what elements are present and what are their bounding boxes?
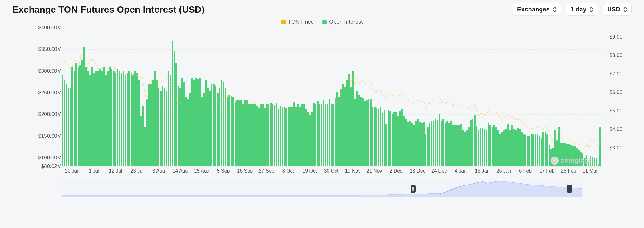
- y-left-tick: $200.00M: [38, 111, 62, 117]
- legend-item-oi[interactable]: Open Interest: [322, 19, 363, 25]
- chart-legend: TON Price Open Interest: [12, 19, 632, 25]
- x-tick: 17 Feb: [539, 168, 555, 174]
- x-tick: 5 Sep: [217, 168, 230, 174]
- x-tick: 3 Aug: [152, 168, 165, 174]
- chart-plot-area: $400.00M$350.00M$300.00M$250.00M$200.00M…: [12, 28, 632, 166]
- y-left-tick: $250.00M: [38, 90, 62, 96]
- currency-selector-label: USD: [607, 6, 620, 13]
- y-right-tick: $8.00: [609, 52, 622, 59]
- legend-item-price[interactable]: TON Price: [281, 19, 314, 25]
- y-right-tick: $7.00: [609, 71, 622, 77]
- x-tick: 4 Jan: [455, 168, 467, 174]
- chart-title: Exchange TON Futures Open Interest (USD): [12, 4, 508, 15]
- x-axis: 20 Jun1 Jul12 Jul23 Jul3 Aug14 Aug25 Aug…: [62, 168, 601, 176]
- plot-region[interactable]: coinglass: [62, 28, 601, 166]
- x-tick: 16 Sep: [237, 168, 253, 174]
- y-right-tick: $5.00: [609, 108, 622, 114]
- x-tick: 21 Nov: [367, 168, 382, 174]
- legend-label: Open Interest: [329, 19, 363, 25]
- x-tick: 24 Dec: [431, 168, 447, 174]
- y-left-tick: $300.00M: [38, 68, 62, 74]
- navigator-handle-right[interactable]: [567, 185, 572, 193]
- x-tick: 25 Aug: [194, 168, 210, 174]
- exchanges-selector[interactable]: Exchanges: [513, 3, 561, 16]
- y-left-tick: $100.00M: [38, 155, 62, 161]
- x-tick: 15 Jan: [475, 168, 490, 174]
- square-icon: [281, 20, 286, 24]
- navigator-area: [62, 181, 582, 197]
- updown-icon: [623, 7, 627, 12]
- square-icon: [322, 20, 327, 24]
- x-tick: 27 Sep: [259, 168, 274, 174]
- y-right-tick: $6.00: [609, 89, 622, 96]
- x-tick: 20 Jun: [65, 168, 80, 174]
- currency-selector[interactable]: USD: [603, 3, 632, 16]
- x-tick: 30 Oct: [324, 168, 338, 174]
- range-navigator[interactable]: [62, 181, 582, 197]
- chart-header: Exchange TON Futures Open Interest (USD)…: [12, 3, 632, 16]
- interval-selector-label: 1 day: [571, 6, 586, 13]
- y-axis-right: $9.00$8.00$7.00$6.00$5.00$4.00$3.00: [601, 28, 622, 166]
- y-right-tick: $9.00: [609, 34, 622, 40]
- x-tick: 6 Feb: [519, 168, 532, 174]
- y-left-tick: $350.00M: [38, 46, 62, 52]
- y-right-tick: $3.00: [609, 145, 622, 151]
- x-tick: 28 Feb: [561, 168, 576, 174]
- interval-selector[interactable]: 1 day: [566, 3, 598, 16]
- updown-icon: [590, 7, 593, 12]
- x-tick: 2 Dec: [389, 168, 402, 174]
- y-left-tick: $400.00M: [38, 25, 62, 31]
- x-tick: 23 Jul: [131, 168, 144, 174]
- exchanges-selector-label: Exchanges: [517, 6, 550, 13]
- x-tick: 19 Oct: [302, 168, 317, 174]
- x-tick: 10 Nov: [345, 168, 361, 174]
- x-tick: 26 Jan: [497, 168, 511, 174]
- x-tick: 1 Jul: [89, 168, 99, 174]
- updown-icon: [553, 7, 557, 12]
- y-axis-left: $400.00M$350.00M$300.00M$250.00M$200.00M…: [31, 28, 62, 166]
- y-right-tick: $4.00: [609, 126, 622, 132]
- navigator-handle-left[interactable]: [411, 185, 416, 193]
- x-tick: 13 Dec: [410, 168, 425, 174]
- y-left-tick: $80.02M: [41, 163, 62, 169]
- chart-card: Exchange TON Futures Open Interest (USD)…: [0, 0, 644, 203]
- x-tick: 14 Aug: [173, 168, 188, 174]
- x-tick: 8 Oct: [282, 168, 294, 174]
- price-line: [62, 28, 601, 166]
- x-tick: 11 Mar: [582, 168, 598, 174]
- y-left-tick: $150.00M: [38, 133, 62, 139]
- x-tick: 12 Jul: [109, 168, 122, 174]
- legend-label: TON Price: [288, 19, 314, 25]
